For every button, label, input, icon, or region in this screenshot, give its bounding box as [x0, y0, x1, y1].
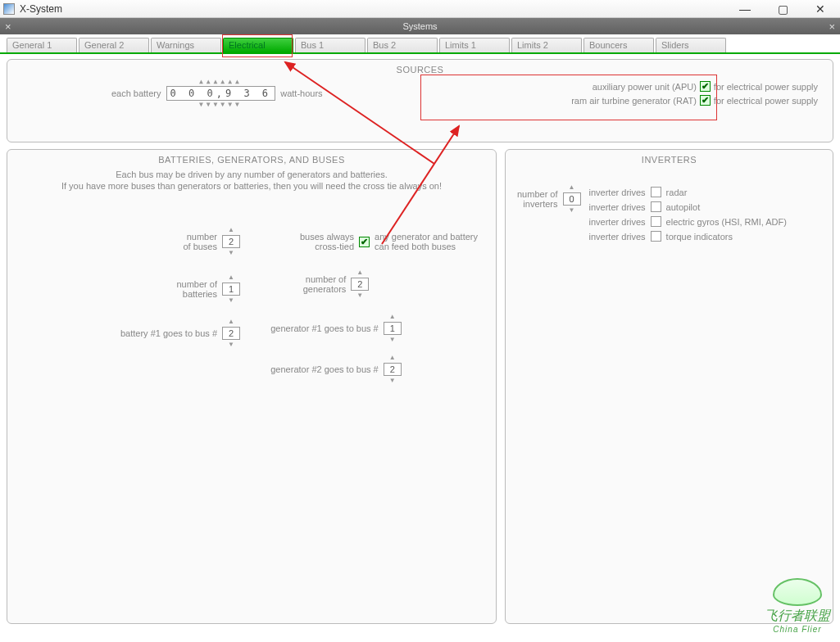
chevron-down-icon[interactable]: ▼ [389, 378, 396, 383]
chevron-up-icon[interactable]: ▲ [389, 314, 396, 319]
num-inverters-label: number of inverters [517, 189, 558, 209]
tab-general-2[interactable]: General 2 [79, 38, 149, 52]
inverter-drives-label: inverter drives [589, 188, 646, 197]
watermark-line2: China Flier [765, 625, 830, 634]
num-buses-stepper[interactable]: ▲ ▼ [222, 235, 240, 248]
bat1-bus-stepper[interactable]: ▲ ▼ [222, 327, 240, 340]
chevron-up-icon[interactable]: ▲ [356, 270, 363, 275]
bgb-note1: Each bus may be driven by any number of … [14, 170, 489, 179]
subwindow-bar: × Systems × [0, 18, 840, 34]
chevron-up-icon[interactable]: ▲ [228, 275, 234, 280]
gen1-bus-input[interactable] [384, 322, 402, 335]
minimize-button[interactable]: — [733, 3, 756, 15]
gen1-bus-label: generator #1 goes to bus # [270, 323, 378, 333]
bat1-bus-input[interactable] [222, 327, 240, 340]
inverter-drives-label: inverter drives [589, 202, 646, 212]
tab-general-1[interactable]: General 1 [7, 38, 77, 52]
cross-tied-checkbox[interactable]: ✔ [359, 237, 370, 247]
rat-label-right: for electrical power supply [714, 96, 818, 106]
tab-sliders[interactable]: Sliders [656, 38, 726, 52]
rat-label-left: ram air turbine generator (RAT) [571, 96, 697, 106]
num-inverters-input[interactable] [563, 192, 581, 206]
bgb-panel: BATTERIES, GENERATORS, AND BUSES Each bu… [7, 149, 497, 624]
chevron-up-icon[interactable]: ▲ [569, 185, 575, 190]
num-buses-label: number of buses [183, 232, 217, 251]
gen2-bus-input[interactable] [384, 363, 402, 376]
app-icon [3, 3, 15, 15]
chevron-down-icon[interactable]: ▼ [389, 337, 396, 342]
inverters-panel: INVERTERS number of inverters ▲ ▼ invert… [505, 149, 833, 624]
inverter-drive-row: inverter drivesautopilot [589, 201, 787, 212]
chevron-down-icon[interactable]: ▼ [228, 298, 234, 303]
sources-title: SOURCES [14, 65, 826, 75]
num-inverters-stepper[interactable]: ▲ ▼ [563, 192, 581, 206]
inverter-drive-item-label: electric gyros (HSI, RMI, ADF) [666, 217, 787, 227]
tab-bus-2[interactable]: Bus 2 [367, 38, 438, 52]
maximize-button[interactable]: ▢ [771, 3, 794, 15]
titlebar: X-System — ▢ ✕ [0, 0, 840, 18]
inverter-drive-checkbox[interactable] [651, 201, 661, 212]
chevron-down-icon[interactable]: ▼ [569, 208, 575, 213]
num-generators-label: number of generators [303, 274, 347, 294]
chevron-up-icon[interactable]: ▲ [228, 228, 234, 233]
tab-bus-1[interactable]: Bus 1 [295, 38, 366, 52]
tab-limits-1[interactable]: Limits 1 [439, 38, 510, 52]
battery-watt-hours-value: 0 0 0,9 3 6 [170, 88, 271, 99]
gen1-bus-stepper[interactable]: ▲ ▼ [384, 322, 402, 335]
chevron-down-icon[interactable]: ▼ [356, 293, 363, 298]
bgb-title: BATTERIES, GENERATORS, AND BUSES [14, 155, 489, 165]
tab-bar: General 1General 2WarningsElectricalBus … [0, 34, 840, 54]
watermark-line1: 飞行者联盟 [765, 608, 830, 625]
inverter-drive-checkbox[interactable] [651, 216, 661, 227]
sources-panel: SOURCES each battery ▲▲▲▲▲▲ 0 0 0,9 3 6 … [7, 59, 833, 142]
tab-limits-2[interactable]: Limits 2 [511, 38, 582, 52]
cross-tied-label-left: buses always cross-tied [300, 232, 354, 251]
num-batteries-label: number of batteries [176, 279, 217, 299]
num-batteries-input[interactable] [222, 283, 240, 296]
num-batteries-stepper[interactable]: ▲ ▼ [222, 283, 240, 296]
subwindow-close-right[interactable]: × [829, 20, 835, 33]
subwindow-title: Systems [402, 21, 437, 31]
battery-label-left: each battery [111, 88, 161, 98]
tab-bouncers[interactable]: Bouncers [583, 38, 654, 52]
inverter-drive-item-label: radar [666, 188, 688, 197]
chevron-down-icon[interactable]: ▼ [228, 342, 234, 347]
inverter-drives-label: inverter drives [589, 217, 646, 227]
rat-checkbox[interactable]: ✔ [700, 95, 711, 106]
chevron-up-icon[interactable]: ▲ [389, 355, 396, 360]
inverter-drive-item-label: torque indicators [666, 232, 733, 242]
watermark-logo-icon [773, 578, 822, 606]
apu-label-left: auxiliary power unit (APU) [593, 82, 697, 92]
inverter-drive-row: inverter drivesradar [589, 187, 787, 197]
num-buses-input[interactable] [222, 235, 240, 248]
cross-tied-label-right: any generator and battery can feed both … [375, 232, 478, 251]
gen2-bus-stepper[interactable]: ▲ ▼ [384, 363, 402, 376]
inverters-title: INVERTERS [512, 155, 826, 165]
apu-checkbox[interactable]: ✔ [700, 81, 711, 92]
chevron-up-icon[interactable]: ▲ [228, 319, 234, 324]
apu-label-right: for electrical power supply [714, 82, 818, 92]
tab-electrical[interactable]: Electrical [223, 38, 293, 52]
tab-warnings[interactable]: Warnings [151, 38, 221, 52]
bat1-bus-label: battery #1 goes to bus # [120, 328, 217, 338]
inverter-drive-item-label: autopilot [666, 202, 701, 212]
bgb-note2: If you have more buses than generators o… [14, 181, 489, 191]
battery-watt-hours-field[interactable]: ▲▲▲▲▲▲ 0 0 0,9 3 6 ▼▼▼▼▼▼ [166, 86, 275, 101]
gen2-bus-label: generator #2 goes to bus # [270, 364, 378, 374]
num-generators-input[interactable] [351, 278, 369, 291]
inverter-drives-label: inverter drives [589, 232, 646, 242]
num-generators-stepper[interactable]: ▲ ▼ [351, 278, 369, 291]
close-button[interactable]: ✕ [809, 3, 832, 15]
chevron-down-icon[interactable]: ▼ [228, 251, 234, 255]
window-title: X-System [20, 3, 733, 15]
inverter-drive-checkbox[interactable] [651, 187, 661, 197]
subwindow-close-left[interactable]: × [5, 20, 11, 33]
battery-label-right: watt-hours [280, 88, 322, 98]
inverter-drive-row: inverter driveselectric gyros (HSI, RMI,… [589, 216, 787, 227]
inverter-drive-checkbox[interactable] [651, 231, 661, 242]
inverter-drive-row: inverter drivestorque indicators [589, 231, 787, 242]
watermark: 飞行者联盟 China Flier [765, 578, 830, 634]
